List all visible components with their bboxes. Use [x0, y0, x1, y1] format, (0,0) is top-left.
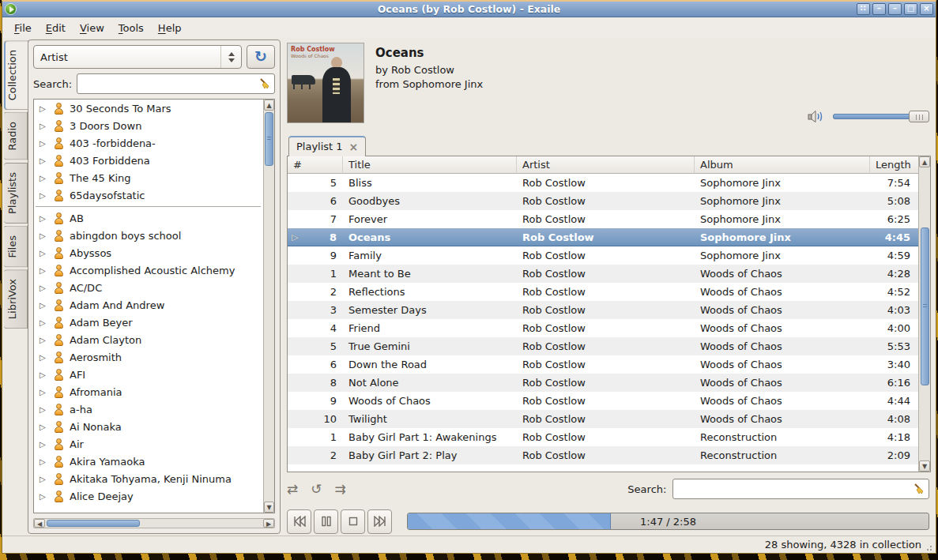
- playlist-row[interactable]: 4FriendRob CostlowWoods of Chaos4:00: [288, 319, 918, 337]
- playlist-row[interactable]: ▷8OceansRob CostlowSophomore Jinx4:45: [288, 228, 918, 246]
- expander-icon[interactable]: ▷: [40, 457, 48, 466]
- clear-search-broom-icon[interactable]: [258, 77, 271, 90]
- playlist-row[interactable]: 9Woods of ChaosRob CostlowWoods of Chaos…: [288, 392, 918, 410]
- titlebar[interactable]: Oceans (by Rob Costlow) - Exaile ∷––□×: [2, 2, 936, 17]
- artist-row[interactable]: ▷Aerosmith: [34, 348, 262, 366]
- expander-icon[interactable]: ▷: [40, 104, 48, 113]
- playlist-row[interactable]: 6Down the RoadRob CostlowWoods of Chaos3…: [288, 355, 918, 374]
- menu-view[interactable]: View: [73, 19, 111, 37]
- collection-vertical-scrollbar[interactable]: ▲ ▼: [263, 100, 274, 513]
- artist-row[interactable]: ▷3 Doors Down: [34, 117, 262, 134]
- clear-search-broom-icon[interactable]: [913, 483, 925, 495]
- menu-help[interactable]: Help: [151, 19, 189, 37]
- pause-button[interactable]: [314, 509, 338, 534]
- stop-button[interactable]: [341, 509, 365, 534]
- scrollbar-thumb[interactable]: [47, 520, 140, 527]
- expander-icon[interactable]: ▷: [40, 249, 48, 257]
- sidebar-tab-playlists[interactable]: Playlists: [4, 163, 28, 224]
- scroll-left-icon[interactable]: ◀: [34, 519, 45, 528]
- expander-icon[interactable]: ▷: [40, 405, 48, 414]
- expander-icon[interactable]: ▷: [40, 231, 48, 240]
- expander-icon[interactable]: ▷: [40, 353, 48, 362]
- expander-icon[interactable]: ▷: [40, 492, 48, 501]
- sidebar-tab-librivox[interactable]: LibriVox: [4, 269, 28, 329]
- column-header-album[interactable]: Album: [695, 156, 870, 174]
- artist-row[interactable]: ▷Ai Nonaka: [34, 418, 262, 435]
- expander-icon[interactable]: ▷: [40, 139, 48, 148]
- artist-row[interactable]: ▷AC/DC: [34, 279, 262, 296]
- artist-row[interactable]: ▷30 Seconds To Mars: [34, 100, 262, 117]
- playlist-row[interactable]: 1Baby Girl Part 1: AwakeningsRob Costlow…: [288, 428, 918, 446]
- refresh-collection-button[interactable]: ↻: [247, 45, 275, 69]
- menu-edit[interactable]: Edit: [39, 19, 73, 37]
- shuffle-icon[interactable]: ⇄: [287, 481, 298, 497]
- volume-handle[interactable]: [909, 111, 929, 122]
- scrollbar-thumb[interactable]: [265, 112, 273, 166]
- expander-icon[interactable]: ▷: [40, 156, 48, 165]
- artist-row[interactable]: ▷403 Forbiddena: [34, 152, 262, 169]
- playlist-row[interactable]: 5BlissRob CostlowSophomore Jinx7:54: [288, 174, 918, 192]
- playlist-row[interactable]: 2ReflectionsRob CostlowWoods of Chaos4:5…: [288, 283, 918, 301]
- collection-horizontal-scrollbar[interactable]: ◀ ▶: [33, 518, 275, 528]
- artist-row[interactable]: ▷Adam Beyer: [34, 314, 262, 331]
- window-minimize-button[interactable]: –: [888, 3, 902, 15]
- volume-slider[interactable]: [833, 111, 929, 122]
- sidebar-tab-files[interactable]: Files: [4, 226, 28, 268]
- window-window-menu-button[interactable]: ∷: [857, 3, 870, 15]
- resize-grip[interactable]: [926, 543, 933, 551]
- artist-tree[interactable]: ▷30 Seconds To Mars▷3 Doors Down▷403 -fo…: [33, 99, 275, 513]
- combobox-spinner-icon[interactable]: [220, 46, 235, 68]
- window-maximize-button[interactable]: □: [904, 3, 917, 15]
- column-header-title[interactable]: Title: [343, 156, 517, 174]
- expander-icon[interactable]: ▷: [40, 174, 48, 182]
- close-tab-icon[interactable]: ×: [349, 142, 359, 152]
- sidebar-tab-radio[interactable]: Radio: [4, 112, 28, 160]
- artist-row[interactable]: ▷Akitaka Tohyama, Kenji Ninuma: [34, 470, 262, 487]
- scroll-right-icon[interactable]: ▶: [263, 519, 274, 528]
- expander-icon[interactable]: ▷: [40, 191, 48, 200]
- artist-row[interactable]: ▷Abyssos: [34, 244, 262, 261]
- artist-row[interactable]: ▷Accomplished Acoustic Alchemy: [34, 261, 262, 279]
- next-track-button[interactable]: [367, 509, 392, 534]
- window-shade-button[interactable]: –: [872, 3, 886, 15]
- scroll-down-icon[interactable]: ▼: [919, 460, 930, 472]
- artist-row[interactable]: ▷The 45 King: [34, 169, 262, 186]
- artist-row[interactable]: ▷Adam And Andrew: [34, 296, 262, 314]
- expander-icon[interactable]: ▷: [40, 440, 48, 449]
- playlist-row[interactable]: 1Meant to BeRob CostlowWoods of Chaos4:2…: [288, 265, 918, 283]
- menu-tools[interactable]: Tools: [111, 19, 151, 37]
- repeat-icon[interactable]: ↺: [311, 481, 322, 497]
- column-header-artist[interactable]: Artist: [517, 156, 695, 174]
- playlist-row[interactable]: 6GoodbyesRob CostlowSophomore Jinx5:08: [288, 192, 918, 210]
- expander-icon[interactable]: ▷: [40, 266, 48, 275]
- playlist-vertical-scrollbar[interactable]: ▲ ▼: [918, 156, 930, 472]
- playlist-row[interactable]: 8Not AloneRob CostlowWoods of Chaos6:16: [288, 374, 918, 392]
- group-by-combobox[interactable]: Artist: [33, 45, 242, 69]
- artist-row[interactable]: ▷Akira Yamaoka: [34, 453, 262, 470]
- previous-track-button[interactable]: [287, 509, 311, 534]
- expander-icon[interactable]: ▷: [40, 122, 48, 130]
- expander-icon[interactable]: ▷: [40, 214, 48, 223]
- artist-row[interactable]: ▷abingdon boys school: [34, 227, 262, 244]
- playlist-row[interactable]: 5True GeminiRob CostlowWoods of Chaos5:5…: [288, 337, 918, 355]
- sidebar-tab-collection[interactable]: Collection: [4, 40, 28, 110]
- expander-icon[interactable]: ▷: [40, 284, 48, 292]
- expander-icon[interactable]: ▷: [40, 301, 48, 310]
- column-header-num[interactable]: #: [288, 156, 343, 174]
- dynamic-icon[interactable]: ⇉: [335, 481, 346, 497]
- playlist-row[interactable]: 9FamilyRob CostlowSophomore Jinx4:59: [288, 246, 918, 265]
- expander-icon[interactable]: ▷: [40, 336, 48, 344]
- artist-row[interactable]: ▷403 -forbiddena-: [34, 134, 262, 152]
- scroll-down-icon[interactable]: ▼: [264, 502, 274, 513]
- playlist-tab[interactable]: Playlist 1 ×: [288, 136, 366, 156]
- expander-icon[interactable]: ▷: [40, 370, 48, 379]
- expander-icon[interactable]: ▷: [40, 475, 48, 483]
- artist-row[interactable]: ▷a-ha: [34, 400, 262, 418]
- collection-search-input[interactable]: [77, 73, 275, 94]
- scrollbar-thumb[interactable]: [921, 227, 929, 385]
- artist-row[interactable]: ▷Air: [34, 435, 262, 453]
- playlist-row[interactable]: 3Semester DaysRob CostlowWoods of Chaos4…: [288, 301, 918, 319]
- playlist-row[interactable]: 2Baby Girl Part 2: PlayRob CostlowRecons…: [288, 446, 918, 464]
- menu-file[interactable]: File: [7, 19, 39, 37]
- artist-row[interactable]: ▷AFI: [34, 366, 262, 383]
